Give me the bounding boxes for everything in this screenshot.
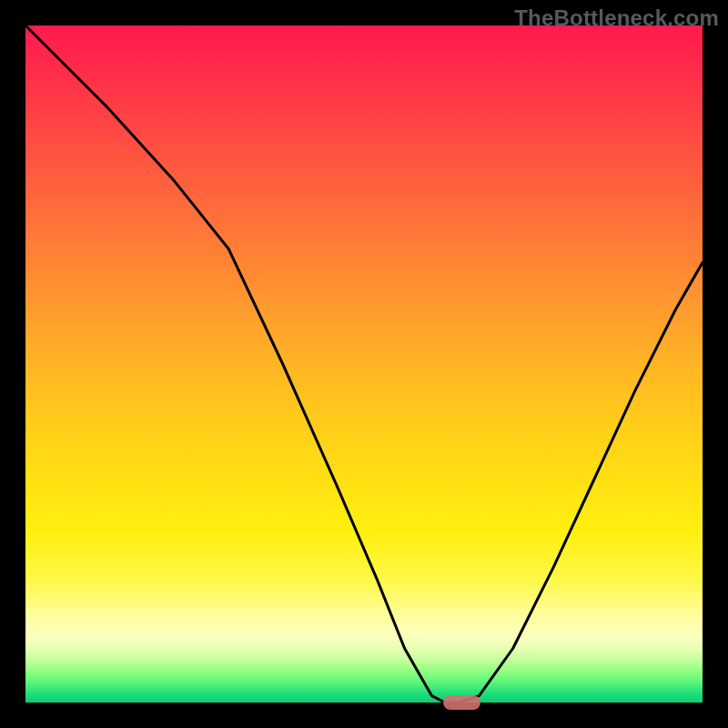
chart-frame: TheBottleneck.com bbox=[0, 0, 728, 728]
bottleneck-curve bbox=[25, 25, 703, 703]
optimal-range-marker bbox=[443, 695, 480, 710]
plot-area bbox=[25, 25, 703, 703]
